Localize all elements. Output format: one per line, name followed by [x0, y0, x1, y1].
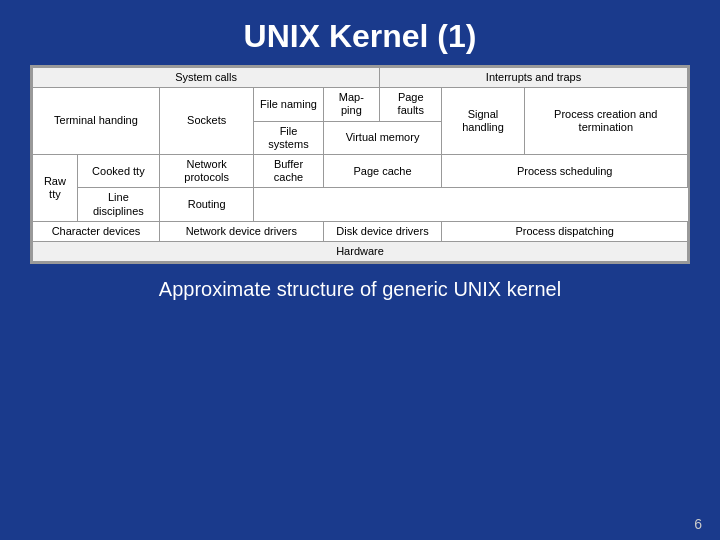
system-calls-cell: System calls [33, 68, 380, 88]
sockets-cell: Sockets [159, 88, 253, 155]
line-disciplines-cell: Line disciplines [77, 188, 159, 221]
disk-device-drivers-cell: Disk device drivers [323, 221, 442, 241]
virtual-memory-cell: Virtual memory [323, 121, 442, 154]
diagram-container: System calls Interrupts and traps Termin… [30, 65, 690, 264]
map-ping-cell: Map- ping [323, 88, 379, 121]
subtitle-label: Approximate structure of generic UNIX ke… [0, 264, 720, 307]
routing-cell: Routing [159, 188, 253, 221]
signal-handling-cell: Signal handling [442, 88, 524, 155]
page-number: 6 [694, 516, 702, 532]
page-cache-cell: Page cache [323, 154, 442, 187]
file-systems-cell: File systems [254, 121, 323, 154]
file-naming-cell: File naming [254, 88, 323, 121]
interrupts-cell: Interrupts and traps [380, 68, 688, 88]
character-devices-cell: Character devices [33, 221, 160, 241]
network-device-drivers-cell: Network device drivers [159, 221, 323, 241]
cooked-tty-cell: Cooked tty [77, 154, 159, 187]
process-scheduling-cell: Process scheduling [442, 154, 688, 187]
hardware-cell: Hardware [33, 241, 688, 261]
network-protocols-cell: Network protocols [159, 154, 253, 187]
page-faults-cell: Page faults [380, 88, 442, 121]
process-creation-cell: Process creation and termination [524, 88, 687, 155]
buffer-cache-cell: Buffer cache [254, 154, 323, 187]
raw-tty-cell: Raw tty [33, 154, 78, 221]
slide-title: UNIX Kernel (1) [0, 0, 720, 65]
terminal-handling-cell: Terminal handing [33, 88, 160, 155]
process-dispatching-cell: Process dispatching [442, 221, 688, 241]
